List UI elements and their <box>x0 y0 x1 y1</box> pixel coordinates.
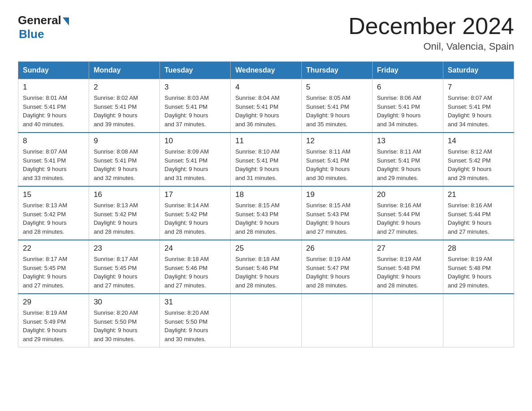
table-row: 5Sunrise: 8:05 AMSunset: 5:41 PMDaylight… <box>301 79 372 133</box>
day-info: Sunrise: 8:13 AMSunset: 5:42 PMDaylight:… <box>94 201 155 236</box>
day-info: Sunrise: 8:18 AMSunset: 5:46 PMDaylight:… <box>235 255 296 290</box>
col-header-tuesday: Tuesday <box>160 62 231 79</box>
table-row: 12Sunrise: 8:11 AMSunset: 5:41 PMDayligh… <box>301 133 372 186</box>
calendar-week-row: 29Sunrise: 8:19 AMSunset: 5:49 PMDayligh… <box>18 294 514 347</box>
table-row: 30Sunrise: 8:20 AMSunset: 5:50 PMDayligh… <box>89 294 160 347</box>
day-info: Sunrise: 8:04 AMSunset: 5:41 PMDaylight:… <box>235 94 296 128</box>
table-row: 31Sunrise: 8:20 AMSunset: 5:50 PMDayligh… <box>160 294 231 347</box>
calendar-week-row: 8Sunrise: 8:07 AMSunset: 5:41 PMDaylight… <box>18 133 514 186</box>
calendar-week-row: 1Sunrise: 8:01 AMSunset: 5:41 PMDaylight… <box>18 79 514 133</box>
day-number: 25 <box>235 244 296 253</box>
table-row: 23Sunrise: 8:17 AMSunset: 5:45 PMDayligh… <box>89 240 160 294</box>
table-row: 2Sunrise: 8:02 AMSunset: 5:41 PMDaylight… <box>89 79 160 133</box>
col-header-monday: Monday <box>89 62 160 79</box>
col-header-thursday: Thursday <box>301 62 372 79</box>
day-number: 30 <box>94 298 155 307</box>
day-number: 17 <box>164 190 226 199</box>
col-header-saturday: Saturday <box>443 62 514 79</box>
day-info: Sunrise: 8:13 AMSunset: 5:42 PMDaylight:… <box>23 201 84 236</box>
day-number: 19 <box>306 190 368 199</box>
calendar-subtitle: Onil, Valencia, Spain <box>348 41 514 52</box>
table-row <box>443 294 514 347</box>
table-row: 19Sunrise: 8:15 AMSunset: 5:43 PMDayligh… <box>301 186 372 240</box>
day-number: 24 <box>164 244 226 253</box>
day-number: 5 <box>306 83 368 92</box>
day-info: Sunrise: 8:02 AMSunset: 5:41 PMDaylight:… <box>94 94 155 128</box>
day-info: Sunrise: 8:11 AMSunset: 5:41 PMDaylight:… <box>377 147 438 182</box>
calendar-week-row: 15Sunrise: 8:13 AMSunset: 5:42 PMDayligh… <box>18 186 514 240</box>
table-row: 26Sunrise: 8:19 AMSunset: 5:47 PMDayligh… <box>301 240 372 294</box>
day-number: 2 <box>94 83 155 92</box>
table-row: 16Sunrise: 8:13 AMSunset: 5:42 PMDayligh… <box>89 186 160 240</box>
day-number: 10 <box>164 137 226 146</box>
day-number: 14 <box>448 137 509 146</box>
calendar-title: December 2024 <box>348 13 514 39</box>
col-header-wednesday: Wednesday <box>231 62 301 79</box>
day-number: 8 <box>23 137 84 146</box>
day-number: 9 <box>94 137 155 146</box>
day-number: 26 <box>306 244 368 253</box>
day-number: 11 <box>235 137 296 146</box>
day-info: Sunrise: 8:16 AMSunset: 5:44 PMDaylight:… <box>448 201 509 236</box>
calendar-table: Sunday Monday Tuesday Wednesday Thursday… <box>18 61 514 347</box>
day-info: Sunrise: 8:20 AMSunset: 5:50 PMDaylight:… <box>94 308 155 343</box>
day-info: Sunrise: 8:11 AMSunset: 5:41 PMDaylight:… <box>306 147 368 182</box>
day-info: Sunrise: 8:17 AMSunset: 5:45 PMDaylight:… <box>94 255 155 290</box>
day-info: Sunrise: 8:19 AMSunset: 5:48 PMDaylight:… <box>377 255 438 290</box>
logo: General Blue <box>18 13 69 41</box>
day-info: Sunrise: 8:06 AMSunset: 5:41 PMDaylight:… <box>377 94 438 128</box>
calendar-header-row: Sunday Monday Tuesday Wednesday Thursday… <box>18 62 514 79</box>
day-info: Sunrise: 8:03 AMSunset: 5:41 PMDaylight:… <box>164 94 226 128</box>
day-info: Sunrise: 8:16 AMSunset: 5:44 PMDaylight:… <box>377 201 438 236</box>
table-row: 15Sunrise: 8:13 AMSunset: 5:42 PMDayligh… <box>18 186 89 240</box>
day-info: Sunrise: 8:10 AMSunset: 5:41 PMDaylight:… <box>235 147 296 182</box>
day-number: 7 <box>448 83 509 92</box>
table-row: 21Sunrise: 8:16 AMSunset: 5:44 PMDayligh… <box>443 186 514 240</box>
table-row <box>231 294 301 347</box>
table-row: 1Sunrise: 8:01 AMSunset: 5:41 PMDaylight… <box>18 79 89 133</box>
day-info: Sunrise: 8:09 AMSunset: 5:41 PMDaylight:… <box>164 147 226 182</box>
table-row: 4Sunrise: 8:04 AMSunset: 5:41 PMDaylight… <box>231 79 301 133</box>
day-number: 22 <box>23 244 84 253</box>
day-info: Sunrise: 8:17 AMSunset: 5:45 PMDaylight:… <box>23 255 84 290</box>
table-row: 14Sunrise: 8:12 AMSunset: 5:42 PMDayligh… <box>443 133 514 186</box>
day-number: 1 <box>23 83 84 92</box>
day-info: Sunrise: 8:12 AMSunset: 5:42 PMDaylight:… <box>448 147 509 182</box>
day-number: 3 <box>164 83 226 92</box>
day-info: Sunrise: 8:19 AMSunset: 5:48 PMDaylight:… <box>448 255 509 290</box>
day-number: 20 <box>377 190 438 199</box>
table-row: 25Sunrise: 8:18 AMSunset: 5:46 PMDayligh… <box>231 240 301 294</box>
logo-blue-text: Blue <box>19 27 44 41</box>
table-row: 18Sunrise: 8:15 AMSunset: 5:43 PMDayligh… <box>231 186 301 240</box>
table-row <box>301 294 372 347</box>
day-info: Sunrise: 8:19 AMSunset: 5:49 PMDaylight:… <box>23 308 84 343</box>
table-row: 6Sunrise: 8:06 AMSunset: 5:41 PMDaylight… <box>372 79 443 133</box>
table-row: 22Sunrise: 8:17 AMSunset: 5:45 PMDayligh… <box>18 240 89 294</box>
day-number: 18 <box>235 190 296 199</box>
logo-arrow-icon <box>63 17 69 26</box>
day-info: Sunrise: 8:08 AMSunset: 5:41 PMDaylight:… <box>94 147 155 182</box>
table-row: 10Sunrise: 8:09 AMSunset: 5:41 PMDayligh… <box>160 133 231 186</box>
day-number: 21 <box>448 190 509 199</box>
table-row: 29Sunrise: 8:19 AMSunset: 5:49 PMDayligh… <box>18 294 89 347</box>
day-info: Sunrise: 8:18 AMSunset: 5:46 PMDaylight:… <box>164 255 226 290</box>
table-row <box>372 294 443 347</box>
day-info: Sunrise: 8:01 AMSunset: 5:41 PMDaylight:… <box>23 94 84 128</box>
day-number: 27 <box>377 244 438 253</box>
table-row: 11Sunrise: 8:10 AMSunset: 5:41 PMDayligh… <box>231 133 301 186</box>
col-header-sunday: Sunday <box>18 62 89 79</box>
day-number: 15 <box>23 190 84 199</box>
calendar-week-row: 22Sunrise: 8:17 AMSunset: 5:45 PMDayligh… <box>18 240 514 294</box>
day-number: 13 <box>377 137 438 146</box>
day-info: Sunrise: 8:07 AMSunset: 5:41 PMDaylight:… <box>23 147 84 182</box>
day-number: 28 <box>448 244 509 253</box>
table-row: 9Sunrise: 8:08 AMSunset: 5:41 PMDaylight… <box>89 133 160 186</box>
day-info: Sunrise: 8:05 AMSunset: 5:41 PMDaylight:… <box>306 94 368 128</box>
table-row: 7Sunrise: 8:07 AMSunset: 5:41 PMDaylight… <box>443 79 514 133</box>
table-row: 20Sunrise: 8:16 AMSunset: 5:44 PMDayligh… <box>372 186 443 240</box>
day-info: Sunrise: 8:20 AMSunset: 5:50 PMDaylight:… <box>164 308 226 343</box>
day-info: Sunrise: 8:15 AMSunset: 5:43 PMDaylight:… <box>235 201 296 236</box>
day-number: 31 <box>164 298 226 307</box>
day-info: Sunrise: 8:07 AMSunset: 5:41 PMDaylight:… <box>448 94 509 128</box>
page-header: General Blue December 2024 Onil, Valenci… <box>18 13 514 52</box>
